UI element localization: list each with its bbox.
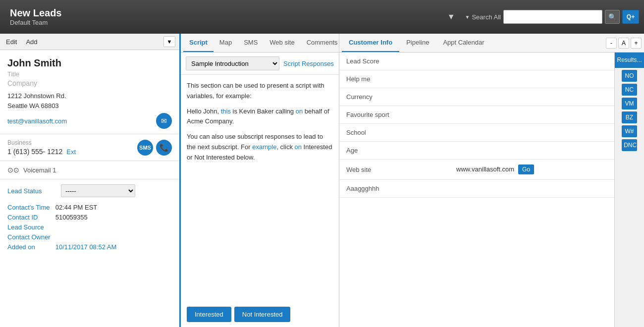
table-row: Lead Score [339,53,614,70]
right-tabs: Customer Info Pipeline Appt Calendar - A… [339,34,644,53]
result-item[interactable]: DNC [622,139,637,151]
table-row: Help me [339,70,614,88]
tab-map[interactable]: Map [214,34,238,52]
left-toolbar: Edit Add ▼ [0,34,179,50]
row-label: School [339,124,449,142]
contact-company: Company [7,79,172,87]
lead-status-label: Lead Status [7,187,57,195]
result-item[interactable]: BZ [622,111,637,123]
result-item[interactable]: W# [622,125,637,137]
script-responses-link[interactable]: Script Responses [283,60,334,67]
row-value [449,70,614,88]
row-value [449,180,614,198]
contact-section: John Smith Title Company 1212 Johnstown … [0,50,179,134]
go-button[interactable]: Go [518,164,534,174]
business-label: Business [7,139,76,146]
lead-status-select[interactable]: ----- [61,184,135,197]
result-item[interactable]: VM [622,98,637,109]
customer-info-table: Lead ScoreHelp meCurrencyFavourite sport… [339,53,614,198]
row-label: Help me [339,70,449,88]
search-button[interactable]: 🔍 [605,10,620,24]
script-link-on1[interactable]: on [296,108,303,115]
tab-website[interactable]: Web site [264,34,300,52]
right-content: Lead ScoreHelp meCurrencyFavourite sport… [339,53,644,327]
contact-title: Title [7,70,172,78]
contacts-time-value: 02:44 PM EST [55,204,172,211]
contact-info-grid: Contact's Time 02:44 PM EST Contact ID 5… [7,201,172,253]
tab-actions: - A + [606,38,642,49]
script-select[interactable]: Sample Introduction [186,56,279,70]
chevron-down-icon[interactable]: ▼ [437,12,465,21]
interested-button[interactable]: Interested [187,307,231,322]
phone-number: 1 (613) 555- 1212 Ext [7,148,76,156]
sms-icon[interactable]: SMS [137,140,153,156]
row-value [449,106,614,124]
search-input[interactable] [503,10,602,24]
table-row: School [339,124,614,142]
voicemail-icon: ⊙⊙ [7,166,19,174]
table-row: Currency [339,88,614,106]
call-icon[interactable]: 📞 [156,140,172,156]
edit-button[interactable]: Edit [4,37,19,47]
table-row: Age [339,142,614,160]
email-icon[interactable]: ✉ [156,113,172,129]
results-button[interactable]: Results... [615,53,644,68]
script-tabs: Script Map SMS Web site Comments [181,34,339,53]
phone-info: Business 1 (613) 555- 1212 Ext [7,139,76,156]
script-buttons: Interested Not Interested [181,302,339,327]
script-para1: This section can be used to present a sc… [187,81,333,102]
results-sidebar: Results... NONCVMBZW#DNC [614,53,644,327]
table-row: Web sitewww.vanillasoft.comGo [339,160,614,180]
script-link-this[interactable]: this [221,108,231,115]
tab-pipeline[interactable]: Pipeline [399,34,436,52]
script-para3: You can also use subscript responses to … [187,132,333,163]
row-value [449,142,614,160]
tab-customer-info[interactable]: Customer Info [342,34,399,52]
contact-id-label: Contact ID [7,214,51,221]
added-on-label: Added on [7,243,51,251]
sub-title: Default Team [10,19,437,26]
row-label: Age [339,142,449,160]
row-label: Web site [339,160,449,180]
quick-search-button[interactable]: Q+ [622,10,639,24]
tab-appt-calendar[interactable]: Appt Calendar [436,34,491,52]
contact-owner-label: Contact Owner [7,233,51,241]
script-link-example[interactable]: example [252,143,276,151]
not-interested-button[interactable]: Not Interested [234,307,291,322]
row-label: Currency [339,88,449,106]
search-chevron-icon[interactable]: ▼ [465,14,470,20]
title-area: New Leads Default Team [5,7,437,26]
tab-script[interactable]: Script [183,34,214,52]
right-panel: Customer Info Pipeline Appt Calendar - A… [339,34,644,327]
tab-action-plus[interactable]: + [631,38,642,49]
tab-comments[interactable]: Comments [301,34,344,52]
result-item[interactable]: NO [622,70,637,82]
phone-icons: SMS 📞 [137,140,172,156]
customer-table-area: Lead ScoreHelp meCurrencyFavourite sport… [339,53,614,327]
script-dropdown-row: Sample Introduction Script Responses [181,53,339,75]
row-value [449,53,614,70]
contact-name: John Smith [7,57,172,69]
toolbar-dropdown[interactable]: ▼ [163,36,175,47]
result-item[interactable]: NC [622,84,637,96]
table-row: Favourite sport [339,106,614,124]
script-content: This section can be used to present a sc… [181,75,339,302]
added-on-value: 10/11/2017 08:52 AM [55,243,172,251]
tab-sms[interactable]: SMS [238,34,264,52]
script-panel: Script Map SMS Web site Comments Sample … [181,34,339,327]
row-label: Lead Score [339,53,449,70]
script-link-on2[interactable]: on [295,143,302,151]
ext-label[interactable]: Ext [66,148,76,156]
row-value [449,124,614,142]
search-label: ▼ Search All [465,13,501,21]
row-label: Favourite sport [339,106,449,124]
contact-email[interactable]: test@vanillasoft.com [7,117,67,125]
voicemail-label[interactable]: Voicemail 1 [23,166,56,174]
lead-source-label: Lead Source [7,223,51,231]
tab-action-a[interactable]: A [618,38,629,49]
add-button[interactable]: Add [24,37,39,47]
contact-id-value: 510059355 [55,214,172,221]
lead-status-row: Lead Status ----- [7,184,172,197]
main-layout: Edit Add ▼ John Smith Title Company 1212… [0,34,644,327]
tab-action-minus[interactable]: - [606,38,617,49]
